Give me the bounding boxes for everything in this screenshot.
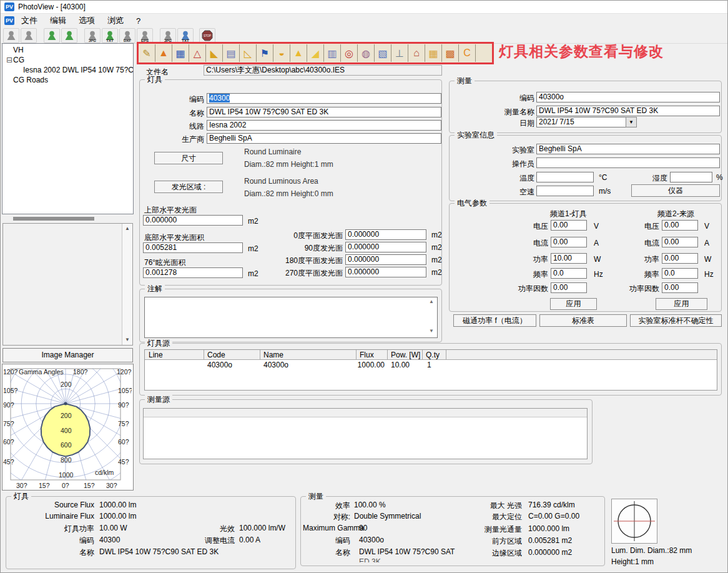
measurement-sources-list[interactable]: [143, 408, 588, 459]
sphere-diagram-icon[interactable]: ◍: [358, 44, 375, 62]
col-qty[interactable]: Q.ty: [426, 351, 440, 359]
upper-surface-field[interactable]: 0.000000: [143, 215, 243, 226]
scroll-up-icon[interactable]: ▲: [122, 224, 132, 234]
bottom-surface-field[interactable]: 0.005281: [143, 242, 243, 253]
col-flux[interactable]: Flux: [360, 351, 374, 359]
svg-text:90?: 90?: [3, 401, 14, 409]
ch2-frequency-field[interactable]: 0.0: [662, 268, 698, 279]
ugr-table-icon[interactable]: ▤: [223, 44, 240, 62]
luminous-area-button[interactable]: 发光区域 :: [154, 181, 223, 193]
isocandela-icon[interactable]: ▲: [290, 44, 307, 62]
photometric-chart-icon[interactable]: ▲: [155, 44, 172, 62]
ch1-current-field[interactable]: 0.00: [551, 237, 587, 247]
vertical-scrollbar[interactable]: ▲ ▼: [122, 224, 132, 345]
ch1-apply-button[interactable]: 应用: [550, 298, 597, 310]
date-dropdown-icon[interactable]: ▼: [626, 117, 637, 127]
operator-field[interactable]: [536, 157, 720, 168]
photometry-green-icon[interactable]: [61, 28, 77, 43]
lab-field[interactable]: Beghelli SpA: [536, 144, 720, 154]
cie-table-icon[interactable]: ▥: [324, 44, 341, 62]
ch1-power-factor-field[interactable]: 0.00: [551, 282, 587, 293]
date-combobox[interactable]: 2021/ 7/15: [536, 117, 636, 127]
plane270-field[interactable]: 0.000000: [345, 267, 426, 277]
export-eps-icon[interactable]: EPS: [137, 28, 153, 43]
photometry-edit-icon[interactable]: [44, 28, 60, 43]
photometry-gray-2-icon[interactable]: [21, 28, 37, 43]
cell-qty: 1: [427, 361, 431, 369]
plane90-field[interactable]: 0.000000: [345, 242, 426, 252]
tree-item[interactable]: VH: [2, 45, 133, 55]
size-button[interactable]: 尺寸: [154, 152, 223, 164]
menu-item[interactable]: 编辑: [44, 14, 72, 27]
notes-scroll-up-icon[interactable]: ▲: [429, 299, 434, 304]
tree-item[interactable]: ⊟CG: [2, 55, 133, 65]
road-house-icon[interactable]: ⌂: [408, 44, 425, 62]
plane0-field[interactable]: 0.000000: [345, 229, 426, 240]
menu-item[interactable]: ?: [130, 15, 146, 27]
menu-item[interactable]: 文件: [16, 14, 43, 27]
col-name[interactable]: Name: [263, 351, 283, 359]
menu-item[interactable]: 选项: [73, 14, 101, 27]
measurement-name-field[interactable]: DWL IP54 10W 75?C90 SAT ED 3K: [536, 106, 720, 116]
ch1-frequency-field[interactable]: 0.0: [551, 268, 587, 279]
ch2-voltage-field[interactable]: 0.00: [662, 220, 698, 231]
plane180-field[interactable]: 0.000000: [345, 254, 426, 265]
col-code[interactable]: Code: [207, 351, 225, 359]
instrument-button[interactable]: 仪器: [631, 184, 720, 197]
matrix-grid-icon[interactable]: ▦: [425, 44, 442, 62]
temperature-field[interactable]: [536, 172, 594, 182]
edit-icon[interactable]: ✎: [139, 44, 155, 62]
manufacturer-field[interactable]: Beghelli SpA: [207, 133, 441, 144]
data-table-icon[interactable]: ▧: [375, 44, 391, 62]
export-dxf-icon[interactable]: DXF: [119, 28, 135, 43]
col-pow[interactable]: Pow. [W]: [391, 351, 420, 359]
image-manager-button[interactable]: Image Manager: [2, 348, 133, 362]
humidity-field[interactable]: [670, 172, 712, 182]
notes-scroll-down-icon[interactable]: ▼: [429, 328, 434, 334]
color-table-icon[interactable]: ▩: [442, 44, 459, 62]
airspeed-field[interactable]: [536, 186, 594, 196]
scroll-down-icon[interactable]: ▼: [122, 335, 132, 345]
photometry-gray-icon[interactable]: [3, 28, 19, 43]
notes-textarea[interactable]: [144, 297, 438, 338]
ch2-power-factor-field[interactable]: 0.00: [662, 282, 698, 293]
export-txt-icon[interactable]: TXT: [102, 28, 118, 43]
ch2-power-field[interactable]: 0.00: [662, 253, 698, 264]
menu-app-icon[interactable]: PV: [4, 16, 14, 25]
col-line[interactable]: Line: [149, 351, 163, 359]
flag-icon[interactable]: ⚑: [257, 44, 273, 62]
ch2-current-field[interactable]: 0.00: [662, 237, 698, 247]
luminance-dome-icon[interactable]: ◒: [273, 44, 290, 62]
cone-diagram-icon[interactable]: △: [189, 44, 206, 62]
tree-expander-icon[interactable]: ⊟: [6, 55, 13, 65]
copy-txt-icon[interactable]: TXT: [177, 28, 194, 43]
ch1-power-field[interactable]: 10.00: [551, 253, 587, 264]
sources-table-row[interactable]: 40300o 40300o 1000.00 10.00 1: [145, 360, 717, 370]
ch1-voltage-field[interactable]: 0.00: [551, 220, 587, 231]
copy-jpg-icon[interactable]: JPG: [160, 28, 176, 43]
pole-diagram-icon[interactable]: ⊥: [391, 44, 408, 62]
intensity-table-icon[interactable]: ▦: [172, 44, 189, 62]
sources-table-header[interactable]: Line Code Name Flux Pow. [W] Q.ty: [145, 350, 717, 360]
luminaire-code-field[interactable]: 40300: [207, 93, 441, 104]
cartesian-curve-icon[interactable]: ◺: [240, 44, 257, 62]
export-jpg-icon[interactable]: JPG: [84, 28, 101, 43]
luminaire-line-field[interactable]: Iesna 2002: [207, 120, 441, 131]
glare-area-field[interactable]: 0.001278: [143, 267, 243, 278]
menu-item[interactable]: 浏览: [102, 14, 129, 27]
luminaire-name-field[interactable]: DWL IP54 10W 75?C90 SAT ED 3K: [207, 107, 441, 117]
standard-table-button[interactable]: 标准表: [539, 314, 627, 327]
horizontal-scrollbar-thumb[interactable]: [13, 217, 94, 221]
lab-uncertainty-button[interactable]: 实验室标准杆不确定性: [630, 314, 722, 327]
flux-power-button[interactable]: 磁通功率 f（电流）: [453, 314, 536, 327]
stop-icon[interactable]: STOP: [199, 28, 215, 43]
ring-diagram-icon[interactable]: ◎: [341, 44, 358, 62]
c-gamma-icon[interactable]: C: [459, 44, 476, 62]
measurement-code-field[interactable]: 40300o: [536, 92, 720, 102]
tree-item[interactable]: Iesna 2002 DWL IP54 10W 75?C90: [2, 65, 133, 75]
ch2-apply-button[interactable]: 应用: [656, 298, 707, 310]
tree-item[interactable]: CG Roads: [2, 75, 133, 85]
filename-field[interactable]: C:\Users\李文惠\Desktop\abc\40300o.IES: [204, 65, 442, 76]
polar-curve-icon[interactable]: ◣: [206, 44, 223, 62]
area-curve-icon[interactable]: ◢: [307, 44, 324, 62]
